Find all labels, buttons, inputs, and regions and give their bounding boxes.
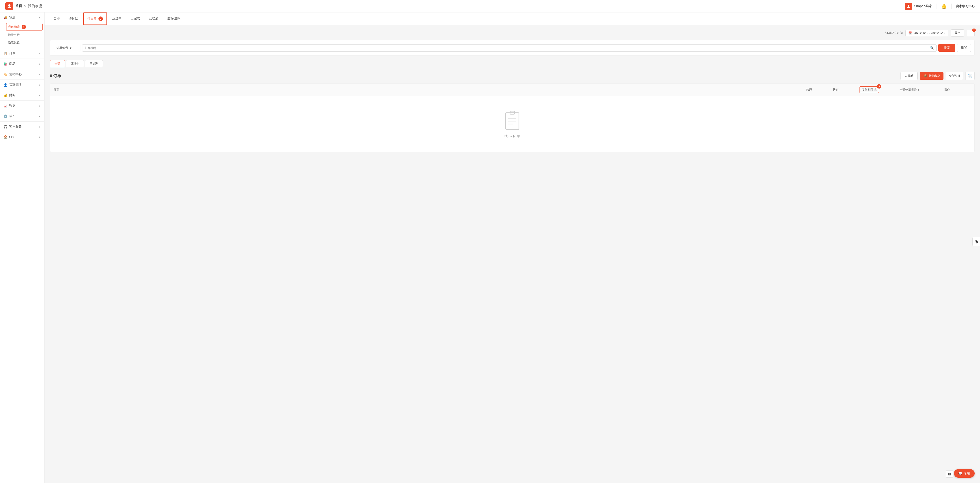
data-icon: 📈 <box>3 104 7 108</box>
sidebar-item-batch-ship[interactable]: 批量出货 <box>0 31 45 39</box>
search-row: 订单编号 ▾ 🔍 搜索 重置 <box>50 40 975 56</box>
header: 首页 > 我的物流 Shopee卖家 🔔 卖家学习中心 <box>0 0 980 13</box>
chevron-down-icon4: ∨ <box>39 83 41 86</box>
finance-icon: 💰 <box>3 94 7 97</box>
chat-button[interactable]: 💬 聊聊 <box>954 469 975 478</box>
sidebar-orders-label: 订单 <box>9 51 15 56</box>
feedback-button[interactable]: ◫ <box>946 470 953 478</box>
forecast-label: 发货预报 <box>948 74 960 78</box>
sidebar-buyers-label: 买家管理 <box>9 83 22 87</box>
batch-ship-icon: 📦 <box>923 74 927 78</box>
logistics-dropdown[interactable]: 全部物流渠道 ▾ <box>900 88 920 92</box>
sidebar-section-header-data[interactable]: 📈 数据 ∨ <box>0 101 45 111</box>
orders-count: 0 订单 <box>50 73 61 79</box>
sidebar-section-header-orders[interactable]: 📋 订单 ∨ <box>0 48 45 59</box>
svg-point-1 <box>908 5 909 6</box>
tab-refund[interactable]: 退货/退款 <box>164 13 184 24</box>
sidebar-growth-label: 成长 <box>9 114 15 118</box>
filter-badge: 2 <box>972 29 976 32</box>
right-float-button[interactable]: ◎ <box>972 237 980 246</box>
filter-options-button[interactable]: ☰ 2 <box>967 30 975 36</box>
orders-header: 0 订单 ⇅ 排序 📦 批量出货 发货预报 📉 <box>50 72 975 80</box>
orders-table: 商品 总额 状态 发货时限 ⓘ 3 <box>50 84 975 152</box>
chevron-down-icon7: ∨ <box>39 115 41 118</box>
main-content: 全部 待付款 待出货 2 运送中 已完成 已取消 退货/退款 订单成立时间 📅 … <box>45 13 980 483</box>
sidebar-section-header-finance[interactable]: 💰 财务 ∨ <box>0 90 45 100</box>
sidebar-section-header-marketing[interactable]: 🏷️ 营销中心 ∨ <box>0 69 45 79</box>
sbs-icon: 🏠 <box>3 135 7 139</box>
search-button[interactable]: 搜索 <box>939 44 955 52</box>
sidebar-section-sbs: 🏠 SBS ∨ <box>0 132 45 142</box>
tab-shipping[interactable]: 运送中 <box>109 13 125 24</box>
col-total: 总额 <box>806 86 833 93</box>
main-tabs-bar: 全部 待付款 待出货 2 运送中 已完成 已取消 退货/退款 <box>45 13 980 25</box>
col-product: 商品 <box>54 86 806 93</box>
sub-tab-processed[interactable]: 已处理 <box>85 60 103 67</box>
sidebar-section-header-logistics[interactable]: 🚚 物流 ∧ <box>0 13 45 23</box>
empty-state: 找不到订单 <box>50 96 974 152</box>
logistics-dropdown-icon: ▾ <box>918 88 920 92</box>
sidebar-section-header-growth[interactable]: ⚙️ 成长 ∨ <box>0 111 45 121</box>
tab-pending-payment[interactable]: 待付款 <box>65 13 81 24</box>
seller-label: Shopee卖家 <box>914 4 932 8</box>
empty-clipboard-icon <box>503 109 521 132</box>
search-type-select[interactable]: 订单编号 ▾ <box>54 44 80 52</box>
dropdown-arrow-icon: ▾ <box>70 46 72 50</box>
sidebar-item-logistics-settings[interactable]: 物流设置 <box>0 39 45 46</box>
sidebar-products-label: 商品 <box>9 62 15 66</box>
batch-ship-button[interactable]: 📦 批量出货 <box>920 72 943 80</box>
sidebar-section-header-sbs[interactable]: 🏠 SBS ∨ <box>0 132 45 142</box>
search-input[interactable] <box>85 44 930 51</box>
orders-icon: 📋 <box>3 52 7 55</box>
tab-completed[interactable]: 已完成 <box>127 13 143 24</box>
col-status: 状态 <box>833 86 859 93</box>
date-filter-label: 订单成立时间 <box>885 31 903 35</box>
sidebar-sbs-label: SBS <box>9 135 15 139</box>
reset-button[interactable]: 重置 <box>957 44 971 52</box>
header-right: Shopee卖家 🔔 卖家学习中心 <box>905 3 975 10</box>
batch-ship-label: 批量出货 <box>928 74 940 78</box>
forecast-button[interactable]: 发货预报 <box>946 72 963 80</box>
tab-cancelled[interactable]: 已取消 <box>145 13 162 24</box>
sub-tab-processing[interactable]: 处理中 <box>66 60 84 67</box>
filter-row: 订单成立时间 📅 2022/11/12 - 2022/12/12 导出 ☰ 2 <box>50 29 975 37</box>
orders-actions: ⇅ 排序 📦 批量出货 发货预报 📉 <box>900 72 975 80</box>
sidebar-section-header-products[interactable]: 🛍️ 商品 ∨ <box>0 59 45 69</box>
tab-all[interactable]: 全部 <box>50 13 63 24</box>
sidebar-badge-1: 1 <box>22 25 26 29</box>
shopee-seller: Shopee卖家 <box>905 3 932 10</box>
notification-bell[interactable]: 🔔 <box>941 3 947 9</box>
sidebar-section-data: 📈 数据 ∨ <box>0 101 45 111</box>
logistics-icon: 🚚 <box>3 16 7 19</box>
sidebar-section-header-buyers[interactable]: 👤 买家管理 ∨ <box>0 80 45 90</box>
chevron-down-icon8: ∨ <box>39 125 41 128</box>
marketing-icon: 🏷️ <box>3 73 7 76</box>
chevron-down-icon6: ∨ <box>39 104 41 107</box>
buyers-icon: 👤 <box>3 83 7 87</box>
sidebar-marketing-label: 营销中心 <box>9 72 22 76</box>
svg-point-0 <box>8 4 11 6</box>
chart-icon-button[interactable]: 📉 <box>965 72 975 80</box>
date-range-picker[interactable]: 📅 2022/11/12 - 2022/12/12 <box>905 30 948 36</box>
chart-icon: 📉 <box>968 74 972 78</box>
sidebar-section-header-customer[interactable]: 🎧 客户服务 ∨ <box>0 122 45 132</box>
sort-label: 排序 <box>908 74 914 78</box>
sidebar-item-my-logistics[interactable]: 我的物流 1 <box>6 23 43 31</box>
sidebar-section-orders: 📋 订单 ∨ <box>0 48 45 59</box>
breadcrumb-separator: > <box>24 4 26 8</box>
chat-icon: 💬 <box>958 472 962 475</box>
ship-deadline-border: 发货时限 ⓘ 3 <box>859 86 879 93</box>
export-button[interactable]: 导出 <box>951 29 964 37</box>
seller-logo-icon <box>905 3 912 10</box>
tab-pending-shipment[interactable]: 待出货 2 <box>83 13 107 25</box>
empty-text: 找不到订单 <box>504 134 520 138</box>
col-ship-deadline: 发货时限 ⓘ 3 <box>859 86 900 93</box>
sub-tab-all[interactable]: 全部 <box>50 60 65 67</box>
sort-button[interactable]: ⇅ 排序 <box>900 72 918 80</box>
page-content: 订单成立时间 📅 2022/11/12 - 2022/12/12 导出 ☰ 2 … <box>45 25 980 156</box>
header-divider2 <box>951 3 951 9</box>
seller-center-link[interactable]: 卖家学习中心 <box>956 4 975 8</box>
chevron-down-icon2: ∨ <box>39 62 41 65</box>
sidebar-section-customer: 🎧 客户服务 ∨ <box>0 122 45 132</box>
breadcrumb-home[interactable]: 首页 <box>15 4 22 8</box>
